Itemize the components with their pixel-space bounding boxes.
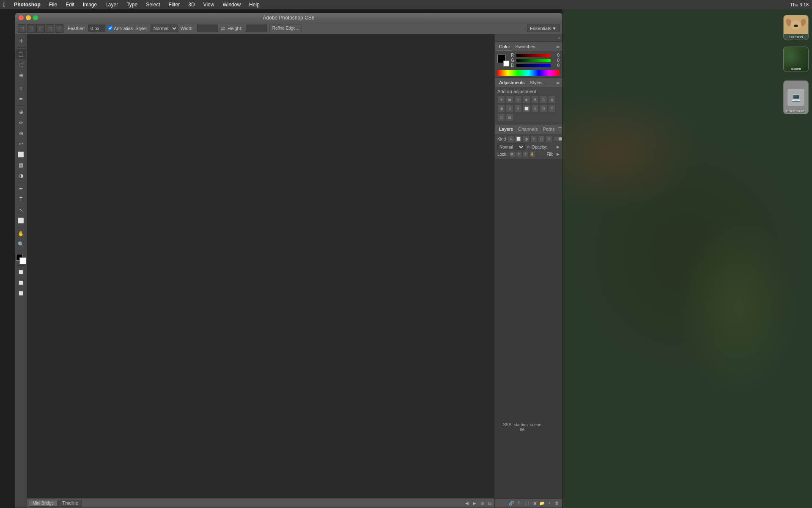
nav-icon-1[interactable]: ◀ (464, 500, 470, 506)
adj-vibrance[interactable]: ❋ (531, 96, 539, 103)
swap-icon[interactable]: ⇄ (221, 25, 225, 31)
clone-tool[interactable]: ⊛ (16, 128, 26, 138)
menu-layer[interactable]: Layer (104, 2, 120, 8)
panel-menu-icon[interactable]: ☰ (556, 44, 560, 49)
dodge-tool[interactable]: ◑ (16, 171, 26, 181)
lasso-tool[interactable]: ◌ (16, 60, 26, 70)
adj-colorbalance[interactable]: ⊕ (548, 96, 556, 103)
tool-icon-2[interactable]: ⬚ (27, 24, 36, 33)
menu-3d[interactable]: 3D (187, 2, 196, 8)
layers-list[interactable] (495, 159, 562, 498)
screen-mode-1[interactable]: ⬜ (16, 267, 26, 277)
menu-select[interactable]: Select (144, 2, 162, 8)
g-slider[interactable] (516, 59, 551, 62)
path-select-tool[interactable]: ↖ (16, 205, 26, 215)
tool-icon-4[interactable]: ⬚ (46, 24, 54, 33)
adjustments-tab[interactable]: Adjustments (497, 79, 527, 86)
gradient-tool[interactable]: ▤ (16, 160, 26, 170)
close-button[interactable] (19, 15, 24, 20)
dock-item-dullard[interactable]: dullard (783, 47, 809, 72)
menu-filter[interactable]: Filter (167, 2, 182, 8)
paths-tab[interactable]: Paths (541, 126, 557, 133)
hand-tool[interactable]: ✋ (16, 229, 26, 239)
shape-tool[interactable]: ⬜ (16, 215, 26, 226)
layers-tab[interactable]: Layers (497, 126, 515, 133)
menu-window[interactable]: Window (221, 2, 242, 8)
canvas-content[interactable] (27, 34, 494, 498)
refine-edge-button[interactable]: Refine Edge... (269, 25, 302, 32)
b-slider[interactable] (516, 64, 551, 67)
kind-smart[interactable]: ⊕ (546, 135, 552, 142)
kind-type[interactable]: T (530, 135, 537, 142)
workspace-selector[interactable]: Essentials ▼ (527, 25, 560, 32)
adj-channelmixer[interactable]: ≡ (514, 105, 522, 112)
kind-all[interactable]: ≡ (508, 135, 514, 142)
marquee-tool[interactable]: ⬚ (16, 49, 26, 59)
menu-file[interactable]: File (47, 2, 59, 8)
adj-menu-icon[interactable]: ☰ (556, 80, 560, 85)
fill-expand[interactable]: ▶ (557, 152, 560, 156)
adj-threshold[interactable]: ⧖ (548, 105, 556, 112)
adj-gradientmap[interactable]: ▤ (506, 113, 513, 121)
screen-mode-2[interactable]: ⬜ (16, 278, 26, 288)
adj-selectivecolor[interactable]: ⬡ (497, 113, 505, 121)
styles-tab[interactable]: Styles (528, 79, 544, 86)
kind-shape[interactable]: ⬡ (538, 135, 545, 142)
menu-view[interactable]: View (202, 2, 216, 8)
blend-icon[interactable]: ⊕ (527, 145, 530, 149)
adj-bw[interactable]: ◑ (497, 105, 505, 112)
r-slider[interactable] (516, 54, 551, 57)
lock-transparent[interactable]: ▦ (509, 151, 515, 157)
pen-tool[interactable]: ✒ (16, 184, 26, 194)
channels-tab[interactable]: Channels (516, 126, 539, 133)
dock-item-bootcamp[interactable]: 💻 BOOTCAMP (783, 80, 809, 114)
menu-edit[interactable]: Edit (64, 2, 76, 8)
tool-icon-1[interactable]: ⬚ (18, 24, 26, 33)
bg-color-swatch[interactable] (503, 61, 509, 66)
brush-tool[interactable]: ✏ (16, 118, 26, 128)
kind-pixel[interactable]: ⬜ (515, 135, 522, 142)
layer-delete-icon[interactable]: 🗑 (554, 500, 560, 507)
dock-item-turbon[interactable]: TURBON (783, 15, 809, 40)
mini-bridge-tab[interactable]: Mini Bridge (29, 500, 58, 507)
layer-mask-icon[interactable]: ⬚ (523, 500, 530, 507)
nav-icon-2[interactable]: ▶ (472, 500, 477, 506)
kind-adjust[interactable]: ◑ (523, 135, 529, 142)
adj-brightness[interactable]: ☀ (497, 96, 505, 103)
type-tool[interactable]: T (16, 194, 26, 204)
lock-image[interactable]: ✏ (516, 151, 522, 157)
adj-exposure[interactable]: ◐ (523, 96, 530, 103)
eyedropper-tool[interactable]: ✒ (16, 94, 26, 104)
width-input[interactable] (197, 25, 218, 32)
swatches-tab[interactable]: Swatches (513, 43, 537, 50)
lock-position[interactable]: ✛ (523, 151, 529, 157)
panel-collapse-icon[interactable]: « (558, 36, 560, 40)
adj-levels[interactable]: ▦ (506, 96, 513, 103)
layer-new-icon[interactable]: + (546, 500, 553, 507)
crop-tool[interactable]: ⌗ (16, 83, 26, 94)
opacity-expand[interactable]: ▶ (557, 145, 560, 149)
canvas-area[interactable]: Mini Bridge Timeline ◀ ▶ ⊞ ⊟ (27, 34, 494, 508)
layer-toggle[interactable] (554, 137, 562, 141)
layer-adjust-icon[interactable]: ◑ (531, 500, 538, 507)
layer-fx-icon[interactable]: f (516, 500, 522, 507)
maximize-button[interactable] (33, 15, 38, 20)
history-brush-tool[interactable]: ↩ (16, 139, 26, 149)
background-color[interactable] (19, 257, 26, 264)
adj-hue[interactable]: ⬡ (540, 96, 547, 103)
menu-photoshop[interactable]: Photoshop (12, 2, 42, 8)
lock-all[interactable]: 🔒 (529, 151, 535, 157)
adjustments-panel-header[interactable]: Adjustments Styles ☰ (495, 78, 562, 87)
tool-icon-5[interactable]: ⬚ (55, 24, 63, 33)
anti-alias-checkbox[interactable]: Anti-alias (108, 26, 133, 31)
nav-icon-3[interactable]: ⊞ (479, 500, 485, 506)
timeline-tab[interactable]: Timeline (58, 500, 82, 507)
adj-curves[interactable]: ∿ (514, 96, 522, 103)
quick-select-tool[interactable]: ⊕ (16, 70, 26, 80)
adj-photofilter[interactable]: ⊙ (506, 105, 513, 112)
adj-invert[interactable]: ⊘ (531, 105, 539, 112)
style-select[interactable]: Normal Fixed Ratio Fixed Size (151, 25, 178, 32)
menu-image[interactable]: Image (81, 2, 99, 8)
apple-menu[interactable]:  (3, 1, 5, 8)
move-tool[interactable]: ✛ (16, 36, 26, 46)
